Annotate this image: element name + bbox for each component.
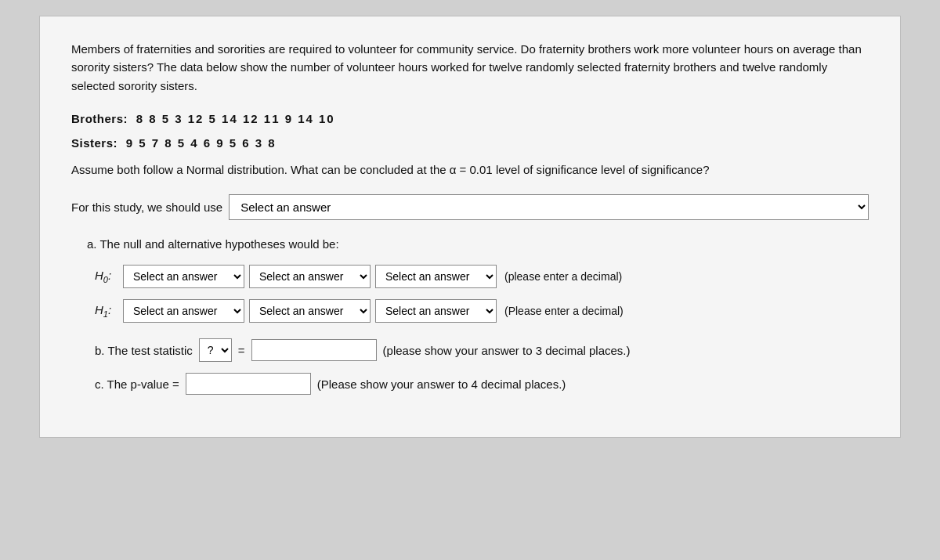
h1-row: H1: Select an answer μ₁ μ₂ Select an ans…	[95, 299, 869, 323]
study-use-row: For this study, we should use Select an …	[71, 194, 869, 220]
assumption-text: Assume both follow a Normal distribution…	[71, 161, 869, 179]
h0-hint: (please enter a decimal)	[504, 270, 622, 283]
part-c-hint: (Please show your answer to 4 decimal pl…	[317, 378, 566, 391]
part-c-label: c. The p-value =	[95, 378, 179, 391]
brothers-values: 8 8 5 3 12 5 14 12 11 9 14 10	[136, 112, 335, 125]
p-value-input[interactable]	[186, 373, 311, 395]
h1-hint: (Please enter a decimal)	[504, 305, 624, 317]
equals-sign: =	[238, 344, 245, 357]
problem-description: Members of fraternities and sororities a…	[71, 40, 869, 95]
test-statistic-input[interactable]	[251, 339, 377, 361]
h0-select-3[interactable]: Select an answer μ₁ μ₂ value	[375, 265, 497, 288]
study-use-label: For this study, we should use	[71, 201, 222, 214]
part-c-row: c. The p-value = (Please show your answe…	[95, 373, 869, 395]
part-b-label: b. The test statistic	[95, 344, 193, 357]
h0-label: H0:	[95, 269, 118, 284]
h1-select-3[interactable]: Select an answer μ₁ μ₂ value	[375, 299, 497, 323]
page-container: Members of fraternities and sororities a…	[39, 16, 901, 438]
h0-row: H0: Select an answer μ₁ μ₂ Select an ans…	[95, 265, 869, 288]
part-b-row: b. The test statistic ? t z = (please sh…	[95, 338, 869, 362]
h0-select-2[interactable]: Select an answer = ≠ > < ≥ ≤	[249, 265, 371, 288]
h1-select-2[interactable]: Select an answer = ≠ > < ≥ ≤	[249, 299, 371, 323]
test-statistic-symbol-select[interactable]: ? t z	[199, 338, 232, 362]
brothers-row: Brothers: 8 8 5 3 12 5 14 12 11 9 14 10	[71, 112, 869, 125]
hypothesis-block: H0: Select an answer μ₁ μ₂ Select an ans…	[95, 265, 869, 323]
study-use-select[interactable]: Select an answer a paired-samples t-test…	[229, 194, 869, 220]
sisters-label: Sisters:	[71, 136, 118, 150]
h0-select-1[interactable]: Select an answer μ₁ μ₂	[123, 265, 244, 288]
sisters-values: 9 5 7 8 5 4 6 9 5 6 3 8	[126, 136, 277, 150]
parts-block: b. The test statistic ? t z = (please sh…	[95, 338, 869, 395]
section-a-label: a. The null and alternative hypotheses w…	[87, 237, 869, 251]
h1-label: H1:	[95, 303, 118, 319]
brothers-label: Brothers:	[71, 112, 128, 125]
sisters-row: Sisters: 9 5 7 8 5 4 6 9 5 6 3 8	[71, 136, 869, 150]
h1-select-1[interactable]: Select an answer μ₁ μ₂	[123, 299, 244, 323]
part-b-hint: (please show your answer to 3 decimal pl…	[383, 344, 631, 357]
